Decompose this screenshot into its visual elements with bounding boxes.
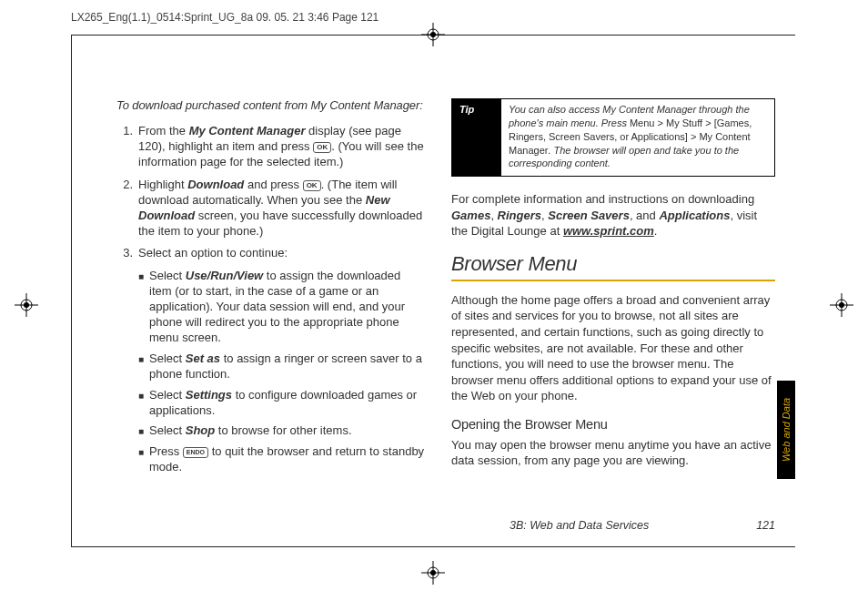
svg-point-11 bbox=[24, 302, 29, 308]
bullet-use-run-view: ■ Select Use/Run/View to assign the down… bbox=[138, 269, 426, 345]
end-key-icon: ENDO bbox=[183, 447, 208, 458]
right-column: Tip You can also access My Content Manag… bbox=[451, 98, 775, 482]
step-number: 2. bbox=[116, 178, 138, 239]
sprint-link[interactable]: www.sprint.com bbox=[563, 224, 654, 238]
bullet-icon: ■ bbox=[138, 269, 149, 345]
step-2: 2. Highlight Download and press OK. (The… bbox=[116, 178, 426, 239]
step-body: Select an option to continue: bbox=[138, 246, 426, 261]
step-number: 3. bbox=[116, 246, 138, 261]
crop-mark-left bbox=[71, 35, 72, 546]
registration-mark-right bbox=[830, 293, 853, 317]
registration-mark-bottom bbox=[421, 561, 445, 585]
ok-key-icon: OK bbox=[313, 142, 331, 153]
tip-label: Tip bbox=[452, 99, 501, 176]
registration-mark-top bbox=[421, 23, 445, 46]
crop-mark-bottom bbox=[71, 546, 795, 547]
bullet-shop: ■ Select Shop to browse for other items. bbox=[138, 423, 426, 439]
bullet-icon: ■ bbox=[138, 351, 149, 382]
intro-text: To download purchased content from My Co… bbox=[116, 98, 426, 113]
side-tab-web-and-data: Web and Data bbox=[777, 381, 795, 479]
step-1: 1. From the My Content Manager display (… bbox=[116, 124, 426, 170]
download-info-paragraph: For complete information and instruction… bbox=[451, 191, 775, 239]
section-title-browser-menu: Browser Menu bbox=[451, 252, 775, 281]
step-number: 1. bbox=[116, 124, 138, 170]
browser-menu-paragraph: Although the home page offers a broad an… bbox=[451, 292, 775, 404]
svg-point-3 bbox=[430, 32, 436, 37]
bullet-settings: ■ Select Settings to configure downloade… bbox=[138, 388, 426, 419]
bullet-end: ■ Press ENDO to quit the browser and ret… bbox=[138, 444, 426, 475]
bullet-icon: ■ bbox=[138, 444, 149, 475]
svg-point-15 bbox=[839, 302, 844, 308]
bullet-set-as: ■ Select Set as to assign a ringer or sc… bbox=[138, 351, 426, 382]
opening-browser-paragraph: You may open the browser menu anytime yo… bbox=[451, 437, 775, 469]
svg-point-7 bbox=[430, 570, 436, 575]
step-3: 3. Select an option to continue: bbox=[116, 246, 426, 261]
print-header: LX265_Eng(1.1)_0514:Sprint_UG_8a 09. 05.… bbox=[71, 11, 378, 24]
page-content: To download purchased content from My Co… bbox=[116, 98, 775, 482]
tip-box: Tip You can also access My Content Manag… bbox=[451, 98, 775, 177]
page-footer: 3B: Web and Data Services 121 bbox=[510, 519, 775, 532]
left-column: To download purchased content from My Co… bbox=[116, 98, 426, 482]
bullet-icon: ■ bbox=[138, 423, 149, 439]
footer-section: 3B: Web and Data Services bbox=[510, 519, 649, 532]
step-body: Highlight Download and press OK. (The it… bbox=[138, 178, 426, 239]
registration-mark-left bbox=[15, 293, 38, 317]
bullet-icon: ■ bbox=[138, 388, 149, 419]
footer-page-number: 121 bbox=[756, 519, 775, 532]
ok-key-icon: OK bbox=[303, 180, 321, 191]
step-body: From the My Content Manager display (see… bbox=[138, 124, 426, 170]
subsection-title: Opening the Browser Menu bbox=[451, 417, 775, 432]
tip-body: You can also access My Content Manager t… bbox=[501, 99, 774, 176]
